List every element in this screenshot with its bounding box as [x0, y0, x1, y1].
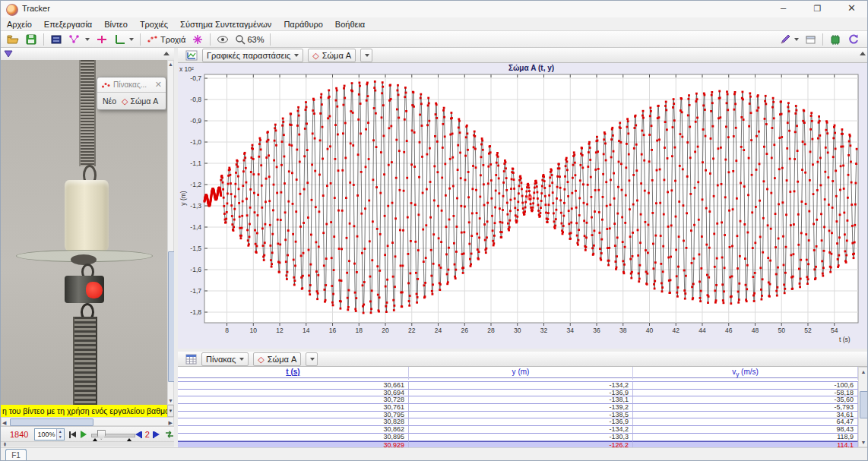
scroll-down-icon[interactable]: ▼ [167, 397, 174, 404]
svg-text:8: 8 [225, 327, 229, 334]
slider-thumb[interactable] [97, 430, 106, 440]
table-row[interactable]: 30,795-138,534,61 [178, 412, 858, 419]
chevron-down-icon [794, 38, 799, 41]
tables-window-body: Νέο ◇Σώμα A [97, 93, 166, 109]
go-to-start-button[interactable] [69, 431, 76, 438]
calibration-stick-button[interactable] [93, 32, 111, 47]
menu-window[interactable]: Παράθυρο [284, 20, 322, 29]
window-view-icon [805, 34, 816, 46]
x-axis-label: t (s) [839, 336, 851, 343]
step-forward-button[interactable] [153, 431, 160, 438]
table-row[interactable]: 30,929-126,2114,1 [178, 441, 858, 448]
plot-views-button[interactable]: Γραφικές παραστάσεις [202, 49, 303, 62]
menu-tracks[interactable]: Τροχιές [140, 20, 168, 29]
save-icon [25, 33, 37, 46]
bottom-splitter[interactable]: ▲ ▼ [1, 441, 174, 447]
frame-slider[interactable] [91, 429, 131, 440]
drawings-button[interactable] [776, 32, 802, 47]
plot-track-dropdown[interactable] [360, 49, 372, 62]
visibility-button[interactable] [214, 32, 232, 47]
column-header[interactable]: y (m) [409, 367, 633, 380]
status-bar: F1 [1, 447, 868, 461]
plot-track-button[interactable]: ◇ Σώμα A [308, 49, 356, 62]
collapse-video-panel-icon[interactable] [163, 52, 169, 55]
menu-coordinate-system[interactable]: Σύστημα Συντεταγμένων [180, 20, 271, 29]
tracked-point-marker[interactable] [86, 282, 103, 298]
scroll-down-icon[interactable]: ▼ [859, 439, 868, 446]
plot-area[interactable]: 8101214161820222426283032343638404244464… [178, 63, 868, 349]
properties-triangle-icon[interactable] [4, 50, 13, 58]
plot-panel-header: Γραφικές παραστάσεις ◇ Σώμα A [178, 48, 868, 63]
table-row[interactable]: 30,761-139,2-5,793 [178, 404, 858, 412]
scroll-up-icon[interactable]: ▲ [168, 61, 173, 68]
scroll-up-icon[interactable]: ▲ [859, 368, 868, 375]
close-icon[interactable]: ✕ [155, 80, 162, 90]
video-disc-hub [71, 254, 97, 265]
clip-settings-icon [50, 33, 62, 46]
play-button[interactable] [81, 431, 87, 438]
table-row[interactable]: 30,895-130,3118,9 [178, 434, 858, 441]
track-table-item[interactable]: ◇Σώμα A [122, 96, 158, 106]
autotracker-icon [192, 33, 204, 46]
video-frame[interactable]: Πίνακας... ✕ Νέο ◇Σώμα A [1, 60, 167, 405]
step-size-value[interactable]: 2 [145, 430, 150, 439]
table-row[interactable]: 30,828-136,964,47 [178, 418, 858, 426]
menu-help[interactable]: Βοήθεια [335, 20, 365, 29]
clip-settings-button[interactable] [47, 32, 65, 47]
scroll-left-icon[interactable]: ◀ [2, 419, 6, 426]
new-table-button[interactable]: Νέο [103, 96, 116, 106]
y-axis-label: y (m) [179, 191, 187, 206]
spin-down-icon[interactable]: ▼ [57, 434, 64, 440]
autotracker-button[interactable] [188, 32, 207, 47]
column-header[interactable]: vy (m/s) [633, 367, 858, 380]
play-rate-spinner[interactable]: 100% ▲▼ [34, 428, 64, 440]
svg-text:-1,8: -1,8 [190, 308, 201, 316]
splitter-down-icon[interactable]: ▼ [3, 444, 174, 447]
axes-button[interactable] [111, 32, 137, 47]
restore-button[interactable]: ❐ [800, 1, 835, 17]
table-row[interactable]: 30,862-134,298,43 [178, 426, 858, 434]
table-views-button[interactable]: Πίνακας [201, 352, 249, 366]
table-track-dropdown[interactable] [306, 352, 318, 366]
table-row[interactable]: 30,694-136,9-58,18 [178, 390, 858, 397]
refresh-button[interactable] [844, 32, 863, 47]
tab-f1[interactable]: F1 [5, 449, 27, 461]
close-button[interactable]: ✕ [835, 1, 868, 17]
zoom-button[interactable]: 63% [232, 33, 267, 46]
hint-dropdown-button[interactable]: ▼ [167, 405, 174, 417]
table-cell: -58,18 [633, 390, 858, 397]
menu-video[interactable]: Βίντεο [104, 20, 128, 29]
table-cell: -100,6 [633, 382, 858, 390]
bar-icon [141, 431, 142, 438]
triangle-left-icon [135, 431, 141, 437]
tables-window-titlebar[interactable]: Πίνακας... ✕ [97, 77, 166, 93]
spinner-arrows[interactable]: ▲▼ [56, 429, 64, 440]
video-hscroll-thumb[interactable] [10, 418, 93, 426]
window-title: Tracker [22, 4, 50, 13]
frame-number: 1840 [10, 430, 28, 439]
open-button[interactable] [4, 32, 22, 47]
page-view-button[interactable] [802, 33, 819, 47]
tables-window-title: Πίνακας... [113, 81, 152, 89]
scroll-right-icon[interactable]: ▶ [169, 419, 173, 426]
track-control-button[interactable] [65, 32, 93, 47]
table-track-button[interactable]: ◇ Σώμα A [253, 352, 301, 366]
menu-edit[interactable]: Επεξεργασία [44, 20, 92, 29]
diamond-icon: ◇ [312, 52, 318, 59]
save-button[interactable] [22, 32, 40, 47]
table-row[interactable]: 30,728-138,1-35,60 [178, 396, 858, 404]
svg-text:34: 34 [567, 327, 575, 334]
loop-button[interactable] [164, 430, 174, 439]
spin-up-icon[interactable]: ▲ [57, 429, 64, 434]
column-header[interactable]: t (s) [178, 367, 409, 380]
new-track-button[interactable]: Τροχιά [144, 32, 188, 47]
minimize-button[interactable]: – [766, 1, 800, 17]
table-scroll-thumb[interactable] [860, 391, 868, 418]
chevron-down-icon [85, 38, 90, 41]
table-row[interactable]: 30,661-134,2-100,6 [178, 382, 858, 390]
memory-button[interactable] [826, 33, 844, 47]
video-candle-mass [65, 180, 109, 251]
menu-file[interactable]: Αρχείο [7, 20, 32, 29]
step-back-button[interactable] [135, 431, 142, 438]
collapse-plot-panel-icon[interactable] [860, 52, 866, 55]
